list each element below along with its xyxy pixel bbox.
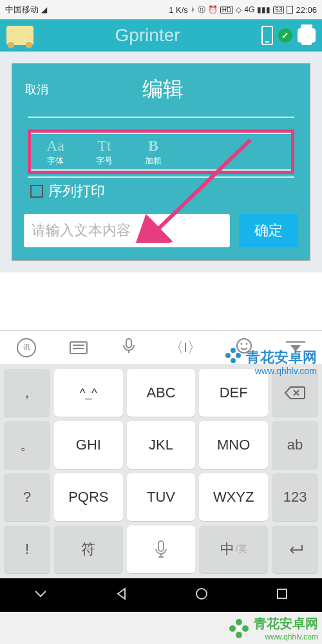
format-toolbar: Aa 字体 Tt 字号 B 加粗 <box>31 133 291 171</box>
status-ok-icon[interactable]: ✓ <box>278 28 292 43</box>
bluetooth-icon: ᚼ <box>191 5 195 14</box>
cursor-mode-icon[interactable]: 〈I〉 <box>169 338 202 357</box>
key-question[interactable]: ? <box>4 473 50 521</box>
sequence-label: 序列打印 <box>48 182 105 201</box>
svg-point-4 <box>245 343 247 345</box>
key-emoticon[interactable]: ^_^ <box>54 369 123 417</box>
watermark-name: 青花安卓网 <box>254 616 318 630</box>
svg-point-9 <box>236 353 241 358</box>
svg-rect-1 <box>126 339 131 348</box>
key-comma[interactable]: ， <box>4 369 50 417</box>
key-jkl[interactable]: JKL <box>127 421 196 469</box>
text-input[interactable] <box>24 214 230 247</box>
key-ghi[interactable]: GHI <box>54 421 123 469</box>
nav-hide-keyboard-icon[interactable] <box>33 589 48 601</box>
nfc-icon: ⓝ <box>198 5 205 15</box>
keyboard: ， ^_^ ABC DEF 。 GHI JKL MNO ab ? PQRS TU… <box>0 364 322 578</box>
size-label: 字号 <box>80 155 129 167</box>
svg-rect-7 <box>278 589 287 598</box>
watermark-flower-icon <box>224 346 242 368</box>
nav-recent-icon[interactable] <box>275 587 289 603</box>
svg-point-12 <box>231 354 235 357</box>
key-period[interactable]: 。 <box>4 421 50 469</box>
key-abc[interactable]: ABC <box>127 369 196 417</box>
app-title: Gprinter <box>33 25 261 46</box>
clock: 22:06 <box>296 5 317 15</box>
phone-icon[interactable] <box>261 26 273 45</box>
app-bar: Gprinter ✓ <box>0 19 322 52</box>
truck-logo-icon[interactable] <box>6 26 33 45</box>
key-tuv[interactable]: TUV <box>127 473 196 521</box>
key-123[interactable]: 123 <box>272 473 318 521</box>
dialog-title: 编辑 <box>29 75 297 104</box>
nav-home-icon[interactable] <box>194 587 209 603</box>
svg-point-13 <box>236 619 242 625</box>
watermark-top: 青花安卓网 <box>224 346 317 368</box>
size-icon: Tt <box>80 138 129 153</box>
svg-rect-5 <box>158 541 164 551</box>
battery-pct: 53 <box>273 6 284 14</box>
network-type: 4G <box>244 5 254 14</box>
bold-icon: B <box>129 138 178 153</box>
sequence-row[interactable]: 序列打印 <box>30 182 292 201</box>
status-left: 中国移动 ◢ <box>5 4 47 15</box>
sequence-checkbox[interactable] <box>30 185 43 198</box>
carrier-label: 中国移动 <box>5 4 39 15</box>
ime-logo-button[interactable]: 讯 <box>17 338 36 357</box>
signal-wave-icon: ◢ <box>41 5 47 14</box>
watermark-url: www.qhhlv.com <box>254 632 318 641</box>
battery-icon <box>287 6 293 14</box>
status-bar: 中国移动 ◢ 1 K/s ᚼ ⓝ ⏰ HD ◇ 4G ▮▮▮ 53 22:06 <box>0 0 322 19</box>
mic-icon[interactable] <box>122 337 136 358</box>
font-label: 字体 <box>31 155 80 167</box>
key-enter[interactable] <box>272 526 318 573</box>
divider <box>28 176 294 178</box>
divider <box>28 117 294 118</box>
svg-point-16 <box>229 625 236 632</box>
alarm-icon: ⏰ <box>208 5 218 14</box>
status-right: 1 K/s ᚼ ⓝ ⏰ HD ◇ 4G ▮▮▮ 53 22:06 <box>169 5 317 15</box>
keyboard-switch-icon[interactable] <box>70 341 88 354</box>
watermark-name: 青花安卓网 <box>246 348 317 367</box>
key-exclaim[interactable]: ! <box>4 526 50 573</box>
svg-point-10 <box>231 358 236 363</box>
confirm-button[interactable]: 确定 <box>239 214 298 247</box>
nav-back-icon[interactable] <box>115 587 129 603</box>
key-ab[interactable]: ab <box>272 421 318 469</box>
edit-dialog: 取消 编辑 Aa 字体 Tt 字号 B 加粗 <box>12 63 310 261</box>
wifi-icon: ◇ <box>236 5 242 14</box>
key-mno[interactable]: MNO <box>199 421 268 469</box>
font-icon: Aa <box>31 138 80 153</box>
svg-point-15 <box>236 632 242 638</box>
key-symbols[interactable]: 符 <box>54 526 123 573</box>
svg-point-11 <box>225 353 231 358</box>
font-button[interactable]: Aa 字体 <box>31 134 80 169</box>
svg-point-6 <box>196 589 207 599</box>
svg-point-17 <box>237 626 242 630</box>
watermark-flower-icon <box>228 618 250 639</box>
key-voice[interactable] <box>127 526 196 573</box>
bold-label: 加粗 <box>129 155 178 167</box>
key-backspace[interactable] <box>272 369 318 417</box>
svg-point-3 <box>240 343 242 345</box>
blank-area <box>0 272 322 330</box>
size-button[interactable]: Tt 字号 <box>80 134 129 169</box>
watermark-bottom: 青花安卓网 www.qhhlv.com <box>228 615 318 641</box>
svg-point-8 <box>231 348 236 353</box>
key-lang[interactable]: 中/英 <box>199 526 268 573</box>
format-toolbar-highlight: Aa 字体 Tt 字号 B 加粗 <box>28 129 294 174</box>
bold-button[interactable]: B 加粗 <box>129 134 178 169</box>
panel-wrap: 取消 编辑 Aa 字体 Tt 字号 B 加粗 <box>0 52 322 272</box>
hd-badge: HD <box>220 6 233 14</box>
watermark-url: www.qhhlv.com <box>255 366 317 376</box>
net-speed: 1 K/s <box>169 5 188 15</box>
key-def[interactable]: DEF <box>199 369 268 417</box>
android-nav-bar <box>0 578 322 612</box>
svg-point-14 <box>242 625 249 632</box>
printer-icon[interactable] <box>298 28 316 43</box>
signal-icon: ▮▮▮ <box>257 5 270 14</box>
key-wxyz[interactable]: WXYZ <box>199 473 268 521</box>
key-pqrs[interactable]: PQRS <box>54 473 123 521</box>
